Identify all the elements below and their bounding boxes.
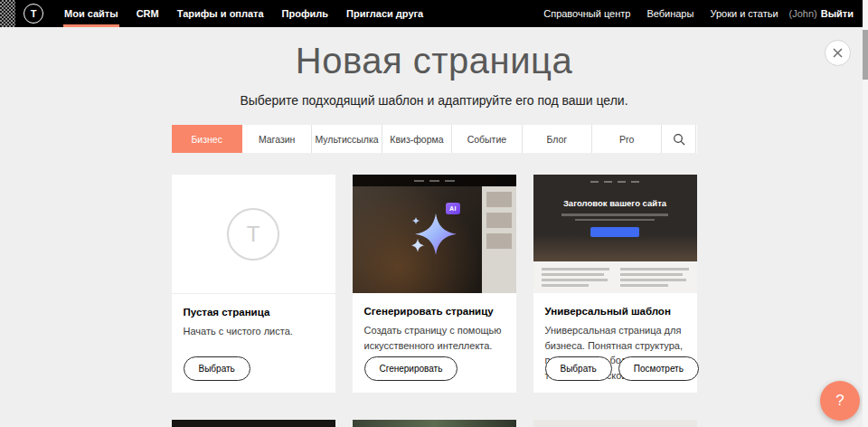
template-cards-row-2 <box>172 420 697 427</box>
card-actions: Выбрать Посмотреть <box>545 356 699 381</box>
template-card-universal[interactable]: Заголовок вашего сайта Универсальный шаб… <box>533 175 697 393</box>
choose-universal-button[interactable]: Выбрать <box>545 356 612 381</box>
nav-plans-billing[interactable]: Тарифы и оплата <box>168 0 273 27</box>
partial-template-preview <box>533 420 697 427</box>
preview-nav-bar <box>353 175 516 186</box>
scrollbar-thumb[interactable] <box>863 30 868 80</box>
preview-hero-section: Заголовок вашего сайта <box>533 175 697 261</box>
preview-text-column <box>542 268 610 293</box>
tab-store[interactable]: Магазин <box>242 125 312 153</box>
template-card-ai-generate[interactable]: AI Сгенерировать страницу Создать страни… <box>353 175 516 393</box>
preview-text-column <box>620 268 689 293</box>
secondary-nav: Справочный центр Вебинары Уроки и статьи <box>535 0 786 27</box>
nav-webinars[interactable]: Вебинары <box>638 0 702 27</box>
search-icon <box>673 133 685 146</box>
card-title: Сгенерировать страницу <box>364 306 505 317</box>
view-universal-button[interactable]: Посмотреть <box>618 356 699 381</box>
scrollbar-track <box>863 0 868 427</box>
preview-text-section <box>533 261 697 293</box>
preview-heading: Заголовок вашего сайта <box>533 175 697 208</box>
new-page-modal: Новая страница Выберите подходящий шабло… <box>0 27 868 427</box>
close-button[interactable] <box>825 40 851 66</box>
partial-template-preview <box>353 420 516 427</box>
preview-sidebar <box>482 186 516 293</box>
card-description: Начать с чистого листа. <box>184 324 324 339</box>
template-category-tabs: Бизнес Магазин Мультиссылка Квиз-форма С… <box>172 125 697 153</box>
user-area: (John) Выйти <box>789 0 854 27</box>
page-title: Новая страница <box>0 41 868 81</box>
tab-quiz-form[interactable]: Квиз-форма <box>382 125 452 153</box>
tab-pro[interactable]: Pro <box>592 125 662 153</box>
card-title: Пустая страница <box>184 307 324 318</box>
ai-badge: AI <box>446 203 460 214</box>
generate-button[interactable]: Сгенерировать <box>364 356 458 381</box>
user-name: (John) <box>789 8 817 19</box>
ai-sparkle-icon <box>405 206 463 264</box>
topbar-spacer <box>432 0 535 27</box>
template-card-blank[interactable]: T Пустая страница Начать с чистого листа… <box>172 175 335 393</box>
card-actions: Выбрать <box>184 356 250 381</box>
nav-my-sites[interactable]: Мои сайты <box>55 0 127 27</box>
tab-blog[interactable]: Блог <box>523 125 592 153</box>
nav-label: CRM <box>137 8 159 19</box>
nav-label: Мои сайты <box>64 8 118 19</box>
nav-label: Уроки и статьи <box>710 8 778 19</box>
logout-link[interactable]: Выйти <box>821 8 854 19</box>
template-card-partial-2[interactable] <box>353 420 516 427</box>
template-cards-row-1: T Пустая страница Начать с чистого листа… <box>172 175 697 393</box>
blank-template-preview: T <box>172 175 335 294</box>
preview-caption-lines <box>561 214 669 221</box>
tilda-logo-letter: T <box>31 8 37 19</box>
card-title: Универсальный шаблон <box>545 306 685 317</box>
search-tab[interactable] <box>662 125 696 153</box>
help-button[interactable]: ? <box>820 381 860 421</box>
nav-help-center[interactable]: Справочный центр <box>535 0 638 27</box>
card-body: Пустая страница Начать с чистого листа. <box>172 294 335 339</box>
pattern-decoration <box>0 0 15 27</box>
tilda-mark-icon: T <box>227 208 279 261</box>
top-bar: T Мои сайты CRM Тарифы и оплата Профиль … <box>0 0 868 27</box>
nav-profile[interactable]: Профиль <box>273 0 337 27</box>
universal-template-preview: Заголовок вашего сайта <box>533 175 697 293</box>
page-subtitle: Выберите подходящий шаблон и адаптируйте… <box>0 93 868 108</box>
template-card-partial-1[interactable] <box>172 420 335 427</box>
main-nav: Мои сайты CRM Тарифы и оплата Профиль Пр… <box>55 0 432 27</box>
preview-cta-button <box>590 227 639 237</box>
tab-business[interactable]: Бизнес <box>172 125 242 153</box>
tilda-logo[interactable]: T <box>24 4 43 24</box>
partial-template-preview <box>172 420 335 427</box>
nav-invite-friend[interactable]: Пригласи друга <box>337 0 432 27</box>
template-card-partial-3[interactable] <box>533 420 697 427</box>
nav-label: Тарифы и оплата <box>177 8 264 19</box>
tab-multilink[interactable]: Мультиссылка <box>312 125 382 153</box>
nav-label: Пригласи друга <box>346 8 423 19</box>
nav-label: Профиль <box>282 8 328 19</box>
card-actions: Сгенерировать <box>364 356 458 381</box>
choose-blank-button[interactable]: Выбрать <box>184 356 250 381</box>
card-body: Сгенерировать страницу Создать страницу … <box>353 293 516 353</box>
card-description: Создать страницу с помощью искусственног… <box>364 323 505 353</box>
nav-crm[interactable]: CRM <box>127 0 168 27</box>
ai-template-preview: AI <box>353 175 516 293</box>
nav-label: Справочный центр <box>543 8 630 19</box>
screen: T Мои сайты CRM Тарифы и оплата Профиль … <box>0 0 868 427</box>
tilda-mark-letter: T <box>247 222 260 247</box>
nav-lessons-articles[interactable]: Уроки и статьи <box>702 0 786 27</box>
tab-event[interactable]: Событие <box>452 125 522 153</box>
close-icon <box>833 48 843 58</box>
nav-label: Вебинары <box>646 8 693 19</box>
